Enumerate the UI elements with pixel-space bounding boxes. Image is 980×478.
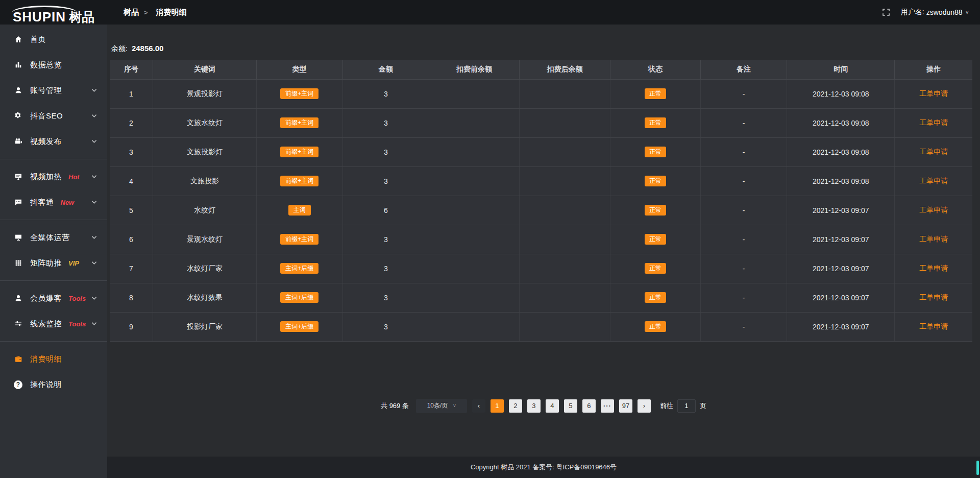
table-row: 3文旅投影灯前缀+主词3正常-2021-12-03 09:08工单申请 [110, 137, 972, 166]
breadcrumb-separator: > [144, 9, 148, 16]
cell-keyword: 文旅水纹灯 [153, 108, 257, 137]
cell-balance-before [429, 79, 519, 108]
balance-display: 余额: 24856.00 [111, 44, 980, 54]
cell-action: 工单申请 [895, 166, 972, 196]
work-order-link[interactable]: 工单申请 [919, 322, 948, 330]
chevron-down-icon [91, 235, 97, 240]
type-badge: 前缀+主词 [280, 234, 318, 245]
status-badge: 正常 [645, 234, 666, 245]
sidebar-item-user[interactable]: 账号管理 [0, 78, 107, 103]
scrollbar-thumb[interactable] [976, 461, 979, 475]
chevron-down-icon [91, 175, 97, 179]
sidebar-item-wallet[interactable]: 消费明细 [0, 346, 107, 372]
fullscreen-icon[interactable] [881, 8, 891, 17]
consumption-table-wrap: 序号关键词类型金额扣费前余额扣费后余额状态备注时间操作 1景观投影灯前缀+主词3… [110, 60, 972, 342]
page-button-2[interactable]: 2 [509, 399, 522, 413]
cell-balance-before [429, 254, 519, 283]
breadcrumb-item-2[interactable]: 消费明细 [153, 8, 187, 17]
cell-amount: 3 [342, 166, 429, 196]
work-order-link[interactable]: 工单申请 [919, 148, 948, 156]
table-row: 1景观投影灯前缀+主词3正常-2021-12-03 09:08工单申请 [110, 79, 972, 108]
cell-status: 正常 [610, 108, 700, 137]
table-row: 2文旅水纹灯前缀+主词3正常-2021-12-03 09:08工单申请 [110, 108, 972, 137]
page-button-3[interactable]: 3 [527, 399, 541, 413]
cell-time: 2021-12-03 09:07 [787, 254, 895, 283]
cell-index: 4 [110, 166, 153, 196]
balance-value: 24856.00 [132, 44, 164, 53]
work-order-link[interactable]: 工单申请 [919, 177, 948, 185]
work-order-link[interactable]: 工单申请 [919, 89, 948, 98]
page-size-select[interactable]: 10条/页 ˅ [416, 399, 467, 413]
cell-balance-after [520, 79, 610, 108]
cell-type: 主词+后缀 [256, 283, 342, 312]
sidebar-item-monitor[interactable]: 全媒体运营 [0, 225, 107, 250]
page-button-6[interactable]: 6 [582, 399, 596, 413]
cell-type: 主词 [256, 196, 342, 225]
sidebar-item-label: 线索监控 [30, 319, 62, 329]
sidebar-item-home[interactable]: 首页 [0, 27, 107, 52]
page-button-97[interactable]: 97 [619, 399, 632, 413]
cell-action: 工单申请 [895, 283, 972, 312]
cell-index: 8 [110, 283, 153, 312]
status-badge: 正常 [645, 292, 666, 303]
table-row: 5水纹灯主词6正常-2021-12-03 09:07工单申请 [110, 196, 972, 225]
work-order-link[interactable]: 工单申请 [919, 264, 948, 272]
page-button-4[interactable]: 4 [546, 399, 559, 413]
sidebar-item-gear[interactable]: 抖音SEO [0, 103, 107, 129]
cell-status: 正常 [610, 283, 700, 312]
next-page-button[interactable]: › [638, 399, 651, 413]
cell-time: 2021-12-03 09:08 [787, 79, 895, 108]
cell-amount: 3 [342, 137, 429, 166]
type-badge: 前缀+主词 [280, 176, 318, 186]
cell-status: 正常 [610, 312, 700, 341]
cell-type: 前缀+主词 [256, 225, 342, 254]
sidebar-item-video[interactable]: 视频发布 [0, 129, 107, 154]
cell-keyword: 景观投影灯 [153, 79, 257, 108]
cell-balance-after [520, 312, 610, 341]
user-dropdown[interactable]: 用户名: zswodun88 ˅ [901, 8, 969, 17]
cell-remark: - [701, 166, 787, 196]
cell-status: 正常 [610, 166, 700, 196]
cell-time: 2021-12-03 09:07 [787, 225, 895, 254]
cell-index: 1 [110, 79, 153, 108]
sidebar-item-label: 矩阵助推 [30, 258, 62, 268]
sidebar-item-chat[interactable]: 抖客通New [0, 189, 107, 215]
column-header: 金额 [342, 60, 429, 79]
sidebar-item-member[interactable]: 会员爆客Tools [0, 285, 107, 311]
sidebar-item-sliders[interactable]: 线索监控Tools [0, 311, 107, 337]
table-row: 4文旅投影前缀+主词3正常-2021-12-03 09:08工单申请 [110, 166, 972, 196]
cell-balance-after [520, 283, 610, 312]
cell-amount: 3 [342, 108, 429, 137]
work-order-link[interactable]: 工单申请 [919, 118, 948, 127]
breadcrumb-item-1[interactable]: 树品 [120, 8, 139, 17]
work-order-link[interactable]: 工单申请 [919, 293, 948, 301]
grid-icon [14, 259, 22, 268]
sidebar-item-heat[interactable]: 视频加热Hot [0, 164, 107, 189]
goto-page-input[interactable] [677, 399, 696, 413]
sidebar-item-label: 抖客通 [30, 198, 54, 207]
sidebar-item-chart[interactable]: 数据总览 [0, 52, 107, 78]
cell-balance-after [520, 254, 610, 283]
column-header: 扣费后余额 [520, 60, 610, 79]
cell-balance-before [429, 312, 519, 341]
sidebar-item-grid[interactable]: 矩阵助推VIP [0, 250, 107, 276]
status-badge: 正常 [645, 321, 666, 332]
work-order-link[interactable]: 工单申请 [919, 235, 948, 243]
cell-remark: - [701, 254, 787, 283]
cell-balance-before [429, 225, 519, 254]
chevron-down-icon [91, 114, 97, 118]
cell-status: 正常 [610, 254, 700, 283]
cell-index: 9 [110, 312, 153, 341]
work-order-link[interactable]: 工单申请 [919, 206, 948, 214]
page-ellipsis-button[interactable]: ··· [601, 399, 614, 413]
top-header: SHUPIN 树品 树品>消费明细 用户名: zswodun88 ˅ [0, 0, 980, 25]
page-button-1[interactable]: 1 [491, 399, 504, 413]
status-badge: 正常 [645, 263, 666, 274]
sidebar-item-question[interactable]: ?操作说明 [0, 372, 107, 397]
cell-remark: - [701, 312, 787, 341]
column-header: 状态 [610, 60, 700, 79]
prev-page-button[interactable]: ‹ [472, 399, 485, 413]
page-button-5[interactable]: 5 [564, 399, 577, 413]
pagination: 共 969 条 10条/页 ˅ ‹ 123456···97 › 前往 页 [107, 399, 980, 413]
cell-balance-before [429, 166, 519, 196]
